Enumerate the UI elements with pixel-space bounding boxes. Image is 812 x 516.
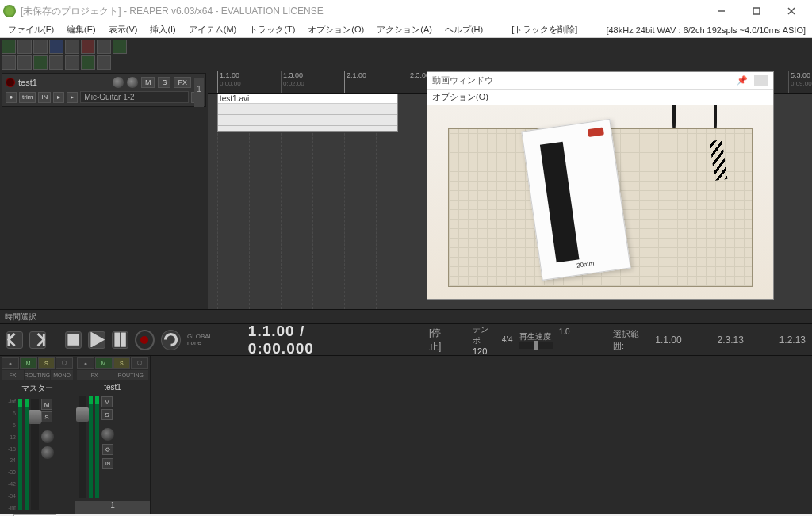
toolbar-btn-6[interactable] [81,40,95,54]
ch1-m-btn[interactable]: M [102,396,113,407]
toolbar-btn-9[interactable] [2,55,16,70]
toolbar-btn-10[interactable] [17,55,32,70]
master-m-btn[interactable]: M [41,399,52,410]
track-name[interactable]: test1 [18,78,109,87]
toolbar-lock-icon[interactable] [97,55,111,70]
solo-button[interactable]: S [158,77,170,88]
toolbar-btn-4[interactable] [49,40,63,54]
track-1[interactable]: test1 M S FX ● trim IN ▸ ▸ Mic-Guitar 1-… [2,73,206,107]
mute-button[interactable]: M [141,77,155,88]
master-mute[interactable]: M [20,357,37,369]
master-s-btn[interactable]: S [41,411,52,422]
menu-edit[interactable]: 編集(E) [60,22,102,37]
video-close-button[interactable] [754,75,768,86]
menu-help[interactable]: ヘルプ(H) [439,22,489,37]
master-scale: -inf6-6-12-18-24-30-42-54-inf [3,399,16,510]
toolbar-btn-12[interactable] [49,55,63,70]
arrange-view[interactable]: 1.1.000:00.00 1.3.000:02.00 2.1.00 2.3.0… [208,71,812,309]
master-channel[interactable]: ● M S ⬡ FX ROUTING MONO マスター -inf6-6-12-… [0,356,75,514]
toolbar-btn-7[interactable] [97,40,111,54]
toolbar-btn-11[interactable] [33,55,48,70]
ch1-s-btn[interactable]: S [102,409,113,420]
toolbar-btn-1[interactable] [2,40,16,54]
toolbar-btn-5[interactable] [65,40,79,54]
menu-view[interactable]: 表示(V) [102,22,144,37]
monitor-button[interactable]: IN [38,92,51,103]
toolbar-btn-8[interactable] [113,40,127,54]
rate-value[interactable]: 1.0 [559,327,570,336]
stop-button[interactable] [65,331,82,349]
input-fx-button[interactable]: ▸ [67,92,78,103]
repeat-button[interactable] [161,330,181,350]
video-content: 20mm [427,105,773,299]
ch1-arm-icon[interactable]: ● [77,357,94,369]
maximize-button[interactable] [739,0,774,22]
master-routing-btn[interactable]: ROUTING [25,370,50,380]
trim-button[interactable]: trim [19,92,36,103]
menu-track[interactable]: トラック(T) [243,22,301,37]
record-mode-button[interactable]: ● [6,92,17,103]
master-name: マスター [0,381,75,396]
svg-marker-7 [92,334,102,346]
master-env-icon[interactable]: ⬡ [56,357,73,369]
menu-delete-track[interactable]: [トラックを削除] [505,22,584,37]
ch1-routing-btn[interactable]: ROUTING [113,370,149,380]
selection-end[interactable]: 2.3.13 [717,334,743,346]
video-options-menu[interactable]: オプション(O) [427,90,773,105]
selection-length[interactable]: 1.2.13 [779,334,806,346]
close-button[interactable] [774,0,809,22]
pin-icon[interactable]: 📌 [737,75,748,86]
goto-start-button[interactable] [6,331,23,349]
master-pan-knob[interactable] [41,430,54,443]
goto-end-button[interactable] [29,331,46,349]
toolbar-btn-13[interactable] [65,55,79,70]
ch1-env-icon[interactable]: ⬡ [131,357,148,369]
ch1-pan-knob[interactable] [102,428,114,441]
ch1-in-button[interactable]: IN [102,458,113,469]
master-solo[interactable]: S [38,357,56,369]
ch1-fader[interactable] [79,396,86,498]
video-window-titlebar[interactable]: 動画ウィンドウ 📌 [427,72,773,90]
selection-start[interactable]: 1.1.00 [655,334,681,346]
global-auto-value[interactable]: none [187,340,213,346]
master-fader[interactable] [31,399,39,510]
record-button[interactable] [135,330,155,350]
ch1-number[interactable]: 1 [75,501,150,514]
menu-options[interactable]: オプション(O) [301,22,370,37]
master-mono-btn[interactable]: MONO [51,370,73,380]
toolbar-btn-14[interactable] [81,55,95,70]
ch1-solo[interactable]: S [113,357,131,369]
pan-knob[interactable] [127,77,138,88]
audio-status[interactable]: [48kHz 24bit WAV : 6/2ch 192spls ~4.0/10… [606,25,810,35]
toolbar-btn-3[interactable] [33,40,48,54]
volume-knob[interactable] [113,77,124,88]
master-arm-icon[interactable]: ● [2,357,19,369]
fx-button[interactable]: FX [174,77,191,88]
minimize-button[interactable] [704,0,739,22]
input-selector[interactable]: Mic-Guitar 1-2 [80,91,189,103]
record-arm-button[interactable] [6,78,15,87]
track-number[interactable]: 1 [194,78,204,107]
menu-action[interactable]: アクション(A) [370,22,439,37]
play-button[interactable] [88,331,105,349]
master-fx-btn[interactable]: FX [2,370,24,380]
ch1-fx-btn[interactable]: FX [77,370,113,380]
svg-rect-9 [121,334,124,346]
timesig-field[interactable]: 4/4 [502,335,513,344]
video-window[interactable]: 動画ウィンドウ 📌 オプション(O) 20mm [427,71,774,300]
menu-insert[interactable]: 挿入(I) [144,22,182,37]
tempo-field[interactable]: テンポ 120 [473,324,496,356]
monitor-mode-button[interactable]: ▸ [53,92,64,103]
media-item-test1[interactable]: test1.avi [217,94,398,132]
video-window-title: 動画ウィンドウ [432,75,493,86]
toolbar-btn-2[interactable] [17,40,32,54]
menu-item[interactable]: アイテム(M) [182,22,243,37]
master-width-knob[interactable] [41,446,54,459]
menu-file[interactable]: ファイル(F) [2,22,60,37]
transport-time[interactable]: 1.1.00 / 0:00.000 [248,323,370,357]
pause-button[interactable] [112,331,128,349]
ch1-phase-button[interactable]: ⟳ [102,444,113,455]
rate-slider[interactable] [519,342,553,349]
mixer-channel-1[interactable]: ● M S ⬡ FX ROUTING test1 M S ⟳ IN 1 [75,356,151,514]
ch1-mute[interactable]: M [95,357,113,369]
